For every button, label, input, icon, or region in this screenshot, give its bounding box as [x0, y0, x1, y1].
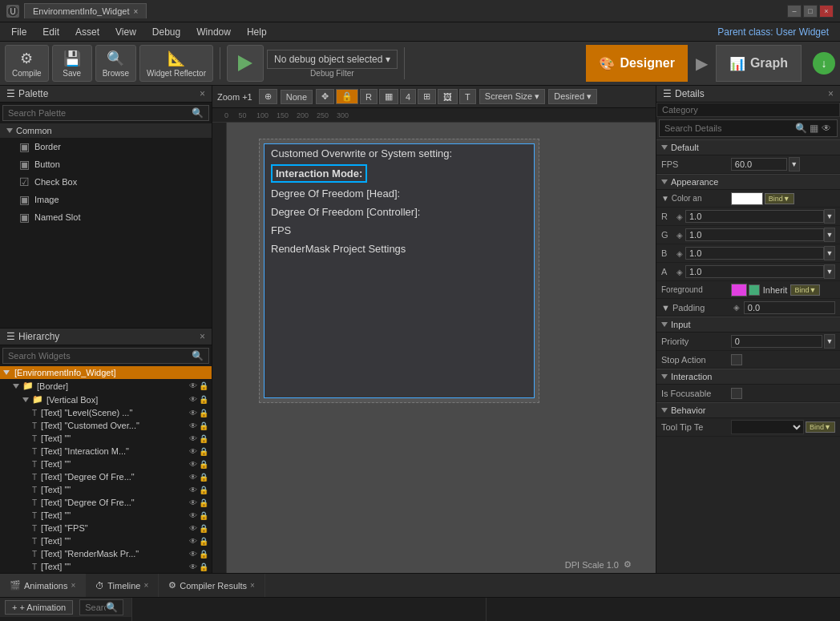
none-button[interactable]: None — [281, 90, 313, 104]
palette-item-border[interactable]: ▣ Border — [0, 138, 212, 155]
tree-item-text7[interactable]: T [Text] "Degree Of Fre..." 👁 🔒 — [0, 496, 212, 509]
details-search-bar[interactable]: 🔍 ▦ 👁 — [659, 119, 838, 137]
lock-icon[interactable]: 🔒 — [199, 395, 208, 404]
lock-icon[interactable]: 🔒 — [199, 409, 208, 417]
inherit-checkbox[interactable] — [749, 284, 760, 296]
visible-icon[interactable]: 👁 — [189, 409, 197, 417]
lock-icon[interactable]: 🔒 — [199, 473, 208, 482]
visible-icon[interactable]: 👁 — [189, 537, 197, 546]
add-animation-button[interactable]: + + Animation — [5, 600, 73, 615]
section-default[interactable]: Default — [656, 139, 840, 155]
visible-icon[interactable]: 👁 — [189, 421, 197, 430]
close-window-button[interactable]: × — [819, 5, 834, 18]
anim-search-bar[interactable]: 🔍 — [79, 599, 123, 615]
b-input[interactable] — [685, 247, 824, 260]
b-spin-btn[interactable]: ▼ — [824, 246, 835, 260]
tree-item-text2[interactable]: T [Text] "" 👁 🔒 — [0, 432, 212, 445]
tree-item-text8[interactable]: T [Text] "" 👁 🔒 — [0, 509, 212, 522]
g-input[interactable] — [685, 228, 824, 241]
palette-item-checkbox[interactable]: ☑ Check Box — [0, 173, 212, 191]
palette-item-namedslot[interactable]: ▣ Named Slot — [0, 208, 212, 226]
tab-compiler-results[interactable]: ⚙ Compiler Results × — [159, 574, 265, 597]
color-swatch[interactable] — [731, 192, 763, 205]
animations-close[interactable]: × — [71, 581, 75, 590]
a-spin-btn[interactable]: ▼ — [824, 264, 835, 279]
hierarchy-search-input[interactable] — [8, 351, 192, 361]
expand-button[interactable]: ⊞ — [418, 89, 436, 104]
lock-icon[interactable]: 🔒 — [199, 460, 208, 469]
lock-icon[interactable]: 🔒 — [199, 421, 208, 430]
tooltip-select[interactable] — [731, 420, 804, 434]
section-input[interactable]: Input — [656, 317, 840, 333]
details-close[interactable]: × — [828, 88, 834, 99]
play-button[interactable] — [227, 45, 264, 82]
minimize-button[interactable]: – — [787, 5, 802, 18]
tree-item-text10[interactable]: T [Text] "" 👁 🔒 — [0, 534, 212, 547]
menu-help[interactable]: Help — [239, 25, 275, 39]
tree-item-text4[interactable]: T [Text] "" 👁 🔒 — [0, 458, 212, 470]
anchor-button[interactable]: R — [360, 89, 378, 104]
section-appearance[interactable]: Appearance — [656, 174, 840, 190]
maximize-button[interactable]: □ — [803, 5, 818, 18]
visible-icon[interactable]: 👁 — [189, 524, 197, 533]
hierarchy-search-bar[interactable]: 🔍 — [2, 348, 209, 364]
compiler-close[interactable]: × — [250, 581, 255, 590]
lock-icon[interactable]: 🔒 — [199, 524, 208, 533]
lock-icon[interactable]: 🔒 — [199, 381, 208, 390]
lock-icon[interactable]: 🔒 — [199, 486, 208, 494]
visible-icon[interactable]: 👁 — [189, 381, 197, 390]
visible-icon[interactable]: 👁 — [189, 434, 197, 443]
palette-item-image[interactable]: ▣ Image — [0, 191, 212, 208]
menu-edit[interactable]: Edit — [34, 25, 67, 39]
palette-item-button[interactable]: ▣ Button — [0, 155, 212, 173]
tab-animations[interactable]: 🎬 Animations × — [0, 574, 86, 597]
lock-icon[interactable]: 🔒 — [199, 550, 208, 558]
menu-asset[interactable]: Asset — [67, 25, 107, 39]
lock-icon[interactable]: 🔒 — [199, 511, 208, 520]
screen-size-dropdown[interactable]: Screen Size ▾ — [479, 89, 545, 104]
details-eye-icon[interactable]: 👁 — [821, 122, 832, 135]
lock-icon[interactable]: 🔒 — [199, 563, 208, 571]
foreground-bind-button[interactable]: Bind▼ — [790, 284, 820, 296]
tab-timeline[interactable]: ⏱ Timeline × — [86, 574, 159, 597]
fps-spin-btn[interactable]: ▼ — [789, 157, 800, 171]
palette-close[interactable]: × — [200, 88, 205, 99]
g-spin-btn[interactable]: ▼ — [824, 228, 835, 242]
menu-file[interactable]: File — [3, 25, 34, 39]
tree-item-text11[interactable]: T [Text] "RenderMask Pr..." 👁 🔒 — [0, 547, 212, 560]
tree-item-border[interactable]: 📁 [Border] 👁 🔒 — [0, 379, 212, 393]
visible-icon[interactable]: 👁 — [189, 486, 197, 494]
canvas-text-1[interactable]: Interaction Mode: — [271, 164, 367, 183]
canvas-inner[interactable]: Customed Overwrite or System setting: In… — [227, 123, 656, 573]
window-tab[interactable]: EnvironmentInfo_Widget × — [24, 3, 147, 18]
visible-icon[interactable]: 👁 — [189, 473, 197, 482]
menu-view[interactable]: View — [107, 25, 144, 39]
section-interaction[interactable]: Interaction — [656, 369, 840, 385]
foreground-swatch[interactable] — [731, 284, 747, 296]
browse-button[interactable]: 🔍 Browse — [95, 45, 136, 82]
debug-dropdown[interactable]: No debug object selected ▾ — [267, 50, 398, 69]
palette-search-input[interactable] — [8, 108, 192, 118]
number-button[interactable]: 4 — [400, 89, 416, 104]
tree-item-text0[interactable]: T [Text] "Level(Scene) ..." 👁 🔒 — [0, 406, 212, 419]
category-input[interactable] — [656, 103, 840, 117]
palette-category-common[interactable]: Common — [0, 123, 212, 138]
visible-icon[interactable]: 👁 — [189, 447, 197, 456]
fps-input[interactable] — [731, 158, 787, 171]
image-button[interactable]: 🖼 — [438, 89, 458, 104]
focusable-checkbox[interactable] — [731, 388, 742, 399]
visible-icon[interactable]: 👁 — [189, 550, 197, 558]
tree-item-text1[interactable]: T [Text] "Customed Over..." 👁 🔒 — [0, 419, 212, 432]
priority-spin-btn[interactable]: ▼ — [824, 334, 835, 349]
text-button[interactable]: T — [459, 89, 476, 104]
tree-item-text9[interactable]: T [Text] "FPS" 👁 🔒 — [0, 522, 212, 534]
tree-item-text5[interactable]: T [Text] "Degree Of Fre..." 👁 🔒 — [0, 470, 212, 483]
details-search-input[interactable] — [664, 123, 795, 133]
color-bind-button[interactable]: Bind▼ — [765, 193, 794, 204]
menu-debug[interactable]: Debug — [144, 25, 188, 39]
section-behavior[interactable]: Behavior — [656, 402, 840, 418]
grid-button[interactable]: ▦ — [379, 89, 398, 104]
widget-reflector-button[interactable]: 📐 Widget Reflector — [139, 45, 213, 82]
tooltip-bind-button[interactable]: Bind▼ — [806, 421, 835, 433]
r-input[interactable] — [685, 210, 824, 223]
